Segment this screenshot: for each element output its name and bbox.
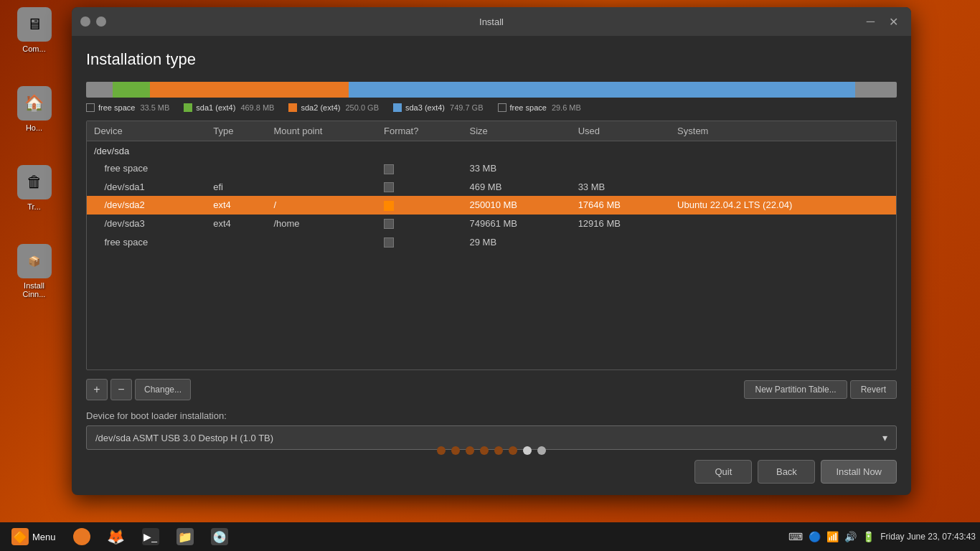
table-row[interactable]: /dev/sda1 efi 469 MB 33 MB	[87, 178, 896, 197]
col-size: Size	[463, 121, 571, 141]
back-button[interactable]: Back	[758, 460, 815, 484]
table-row-empty	[87, 251, 896, 273]
legend-sda3: sda3 (ext4) 749.7 GB	[393, 103, 484, 112]
cell-size: 469 MB	[463, 178, 571, 197]
progress-dots	[72, 446, 911, 455]
nav-buttons: Quit Back Install Now	[86, 460, 897, 484]
legend-sda1: sda1 (ext4) 469.8 MB	[184, 103, 274, 112]
window-controls	[80, 17, 106, 27]
change-partition-button[interactable]: Change...	[135, 379, 191, 400]
partition-seg-free1	[86, 82, 113, 98]
install-window: Install ─ ✕ Installation type	[72, 7, 911, 495]
page-title: Installation type	[86, 50, 897, 69]
cell-used: 33 MB	[571, 178, 670, 197]
cell-format	[377, 196, 463, 215]
progress-dot-3	[466, 446, 474, 455]
clock: Friday June 23, 07:43:43	[880, 532, 976, 542]
table-row-empty	[87, 294, 896, 316]
window-title: Install	[479, 17, 504, 27]
cell-system	[670, 232, 896, 251]
desktop-icon-computer[interactable]: 🖥 Com...	[6, 7, 63, 53]
table-row[interactable]: /dev/sda	[87, 141, 896, 160]
menu-button[interactable]: 🔶 Menu	[4, 525, 63, 548]
add-partition-button[interactable]: +	[86, 379, 108, 400]
cell-mount	[266, 232, 377, 251]
taskbar-ubuntu-button[interactable]	[66, 525, 98, 548]
cell-size: 749661 MB	[463, 215, 571, 233]
wifi-icon[interactable]: 📶	[826, 531, 839, 542]
cell-device: /dev/sda2	[87, 196, 206, 215]
desktop-icon-install[interactable]: 📦 InstallCinn...	[6, 244, 63, 298]
new-partition-table-button[interactable]: New Partition Table...	[744, 380, 847, 399]
taskbar-files-button[interactable]: 📁	[169, 525, 201, 548]
table-row[interactable]: free space 33 MB	[87, 159, 896, 178]
boot-loader-section: Device for boot loader installation: /de…	[86, 410, 897, 450]
ubuntu-icon: 🔶	[11, 528, 29, 545]
bluetooth-icon[interactable]: 🔵	[809, 531, 821, 542]
cell-mount: /home	[266, 215, 377, 233]
taskbar-system-tray: ⌨ 🔵 📶 🔊 🔋 Friday June 23, 07:43:43	[788, 531, 976, 542]
partition-table-container[interactable]: Device Type Mount point Format? Size Use…	[86, 121, 897, 370]
boot-loader-value: /dev/sda ASMT USB 3.0 Destop H (1.0 TB)	[95, 433, 273, 443]
table-header-row: Device Type Mount point Format? Size Use…	[87, 121, 896, 141]
remove-partition-button[interactable]: −	[110, 379, 132, 400]
minimize-icon-button[interactable]: ─	[862, 14, 879, 30]
cell-system	[670, 178, 896, 197]
quit-button[interactable]: Quit	[694, 460, 752, 484]
keyboard-icon[interactable]: ⌨	[788, 531, 803, 542]
group-device-sda: /dev/sda	[87, 141, 896, 160]
cell-type	[206, 159, 266, 178]
revert-button[interactable]: Revert	[850, 380, 897, 399]
cell-mount: /	[266, 196, 377, 215]
battery-icon[interactable]: 🔋	[862, 531, 875, 542]
partition-legend: free space 33.5 MB sda1 (ext4) 469.8 MB …	[86, 103, 897, 112]
partition-table: Device Type Mount point Format? Size Use…	[87, 121, 896, 316]
partition-seg-sda2	[150, 82, 349, 98]
desktop-sidebar: 🖥 Com... 🏠 Ho... 🗑 Tr... 📦 InstallCinn..…	[0, 0, 68, 531]
legend-box-sda3	[393, 103, 402, 112]
cell-type: ext4	[206, 215, 266, 233]
firefox-icon: 🦊	[108, 528, 125, 545]
format-checkbox	[384, 219, 394, 229]
col-type: Type	[206, 121, 266, 141]
partition-toolbar: + − Change... New Partition Table... Rev…	[86, 379, 897, 400]
cell-device: free space	[87, 232, 206, 251]
minimize-button[interactable]	[96, 17, 106, 27]
cell-type	[206, 232, 266, 251]
taskbar-terminal-button[interactable]: ▶_	[135, 525, 166, 548]
table-row[interactable]: /dev/sda3 ext4 /home 749661 MB 12916 MB	[87, 215, 896, 233]
table-row[interactable]: free space 29 MB	[87, 232, 896, 251]
boot-loader-label: Device for boot loader installation:	[86, 410, 897, 421]
format-checkbox	[384, 237, 394, 248]
close-icon-button[interactable]: ✕	[885, 14, 903, 30]
progress-dot-1	[437, 446, 446, 455]
close-button[interactable]	[80, 17, 90, 27]
cell-system	[670, 159, 896, 178]
legend-free1: free space 33.5 MB	[86, 103, 169, 112]
title-bar: Install ─ ✕	[72, 7, 911, 36]
dropdown-chevron-icon: ▾	[882, 432, 887, 443]
install-now-button[interactable]: Install Now	[821, 460, 897, 484]
cell-device: /dev/sda1	[87, 178, 206, 197]
legend-box-free2	[498, 103, 507, 112]
volume-icon[interactable]: 🔊	[844, 531, 857, 542]
files-icon: 📁	[176, 528, 194, 545]
terminal-icon: ▶_	[142, 528, 159, 545]
legend-box-sda1	[184, 103, 192, 112]
taskbar-firefox-button[interactable]: 🦊	[100, 525, 132, 548]
format-checkbox	[384, 164, 394, 174]
cell-size: 29 MB	[463, 232, 571, 251]
taskbar-disk-button[interactable]: 💿	[204, 525, 235, 548]
cell-size: 250010 MB	[463, 196, 571, 215]
cell-format	[377, 159, 463, 178]
cell-type: efi	[206, 178, 266, 197]
table-row-selected[interactable]: /dev/sda2 ext4 / 250010 MB 17646 MB Ubun…	[87, 196, 896, 215]
menu-label: Menu	[32, 532, 56, 542]
cell-used	[571, 159, 670, 178]
cell-used: 12916 MB	[571, 215, 670, 233]
cell-system: Ubuntu 22.04.2 LTS (22.04)	[670, 196, 896, 215]
cell-device: /dev/sda3	[87, 215, 206, 233]
desktop-icon-home[interactable]: 🏠 Ho...	[6, 86, 63, 132]
desktop-icon-trash[interactable]: 🗑 Tr...	[6, 165, 63, 211]
cell-format	[377, 178, 463, 197]
